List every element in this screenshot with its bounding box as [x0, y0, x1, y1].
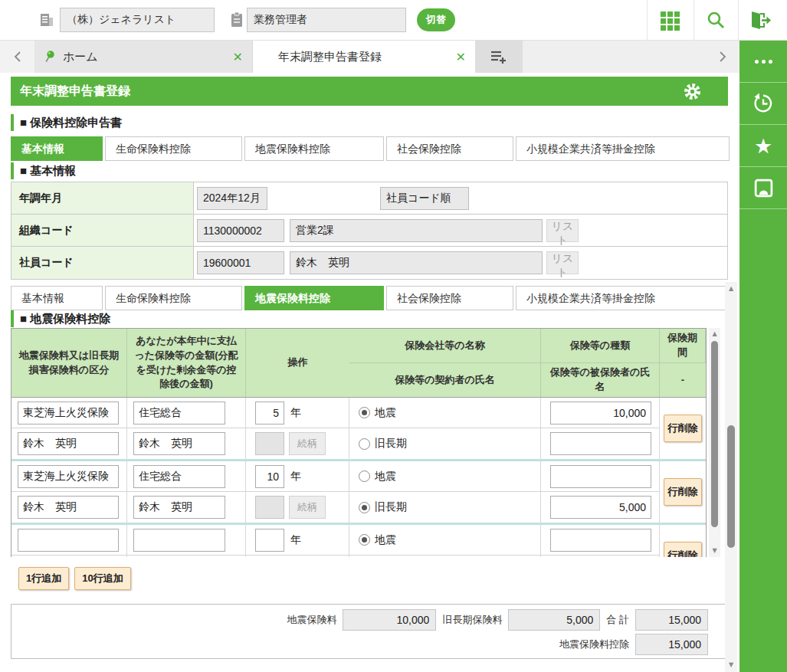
old-longterm-radio-label: 旧長期 [375, 437, 407, 451]
tab2-social-insurance[interactable]: 社会保険控除 [386, 286, 513, 310]
table-scrollbar[interactable]: ▲ ▼ [709, 328, 720, 557]
logout-icon[interactable] [749, 10, 773, 31]
insured-input[interactable] [133, 496, 225, 519]
summary-row-1: 地震保険料 旧長期保険料 合 計 [11, 608, 727, 631]
nav-tabs-top: 基本情報 生命保険料控除 地震保険料控除 社会保険控除 小規模企業共済等掛金控除 [11, 136, 730, 161]
contractor-input[interactable] [18, 432, 119, 455]
old-longterm-radio-label: 旧長期 [375, 500, 407, 514]
tab2-mutual-aid[interactable]: 小規模企業共済等掛金控除 [516, 286, 730, 310]
page-scroll-down-icon[interactable]: ▼ [725, 661, 737, 669]
company-input[interactable] [60, 8, 215, 32]
org-code-label: 組織コード [11, 215, 194, 246]
header-amount: あなたが本年中に支払った保険等の金額(分配を受けた剰余金等の控除後の金額) [127, 329, 246, 397]
history-icon[interactable] [739, 83, 787, 125]
old-amount-input[interactable] [550, 496, 651, 519]
old-longterm-radio[interactable] [359, 438, 370, 450]
relation-disabled-input [255, 432, 284, 455]
tab-basic-info[interactable]: 基本情報 [11, 136, 103, 161]
delete-row-button[interactable]: 行削除 [664, 415, 702, 442]
org-list-button[interactable]: リスト [546, 219, 579, 242]
page-scrollbar-thumb[interactable] [727, 425, 735, 548]
table-scroll-down-icon[interactable]: ▼ [709, 547, 720, 555]
old-longterm-premium-value [508, 609, 600, 631]
tab-life-insurance[interactable]: 生命保険料控除 [105, 136, 242, 161]
add-ten-rows-button[interactable]: 10行追加 [74, 567, 130, 590]
tab-active-close-icon[interactable]: ✕ [456, 50, 466, 64]
period-input[interactable] [255, 529, 284, 552]
company-input[interactable] [18, 529, 119, 552]
company-input[interactable] [18, 402, 119, 425]
apps-grid-icon[interactable] [661, 11, 680, 31]
insurance-table-header: 保険会社等の名称 保険等の種類 保険期間 地震保険料又は旧長期損害保険料の区分 … [11, 329, 706, 398]
org-name-value [290, 219, 543, 242]
add-one-row-button[interactable]: 1行追加 [18, 567, 69, 590]
period-input[interactable] [255, 465, 284, 488]
insured-input[interactable] [133, 432, 225, 455]
earthquake-radio[interactable] [359, 407, 370, 418]
period-input[interactable] [255, 402, 284, 425]
earthquake-premium-label: 地震保険料 [287, 613, 336, 627]
delete-row-button[interactable]: 行削除 [664, 478, 702, 506]
type-input[interactable] [133, 465, 225, 488]
company-input[interactable] [18, 465, 119, 488]
tab-home[interactable]: ホーム ✕ [34, 41, 253, 73]
tabs-scroll-right-icon[interactable] [705, 41, 739, 73]
role-input[interactable] [247, 8, 406, 32]
tab2-life-insurance[interactable]: 生命保険料控除 [105, 286, 242, 310]
earthquake-amount-input[interactable] [550, 402, 651, 425]
earthquake-radio-label: 地震 [375, 533, 396, 547]
favorites-star-icon[interactable]: ★ [739, 125, 787, 167]
relation-button[interactable]: 続柄 [289, 432, 326, 455]
relation-button[interactable]: 続柄 [289, 496, 326, 519]
page-scroll-up-icon[interactable]: ▲ [725, 285, 737, 293]
role-icon [230, 11, 244, 28]
year-unit-label: 年 [290, 470, 301, 484]
earthquake-radio-label: 地震 [375, 406, 396, 420]
settings-gear-icon[interactable] [683, 82, 702, 101]
add-tab-icon[interactable] [475, 41, 523, 73]
tab-active-label: 年末調整申告書登録 [278, 50, 382, 64]
earthquake-radio[interactable] [359, 534, 370, 546]
switch-button[interactable]: 切替 [417, 8, 455, 31]
table-scroll-up-icon[interactable]: ▲ [709, 330, 720, 338]
tab-social-insurance[interactable]: 社会保険控除 [386, 136, 513, 161]
old-longterm-radio[interactable] [359, 502, 370, 513]
basic-info-panel: 年調年月 組織コード リスト 社員コード リスト [11, 182, 728, 280]
header-contractor: 保険等の契約者の氏名 [349, 363, 541, 397]
inbox-tray-icon[interactable] [739, 167, 787, 209]
page-title: 年末調整申告書登録 [20, 84, 130, 100]
header-type: 保険等の種類 [541, 329, 660, 363]
tab2-earthquake-insurance[interactable]: 地震保険料控除 [244, 286, 384, 310]
old-amount-input[interactable] [550, 432, 651, 455]
emp-list-button[interactable]: リスト [546, 251, 579, 274]
insurance-row-group-3: 年 地震 行削除 続柄 旧長期 [11, 523, 706, 557]
sort-order-value [380, 187, 469, 210]
contractor-input[interactable] [18, 496, 119, 519]
table-scrollbar-thumb[interactable] [711, 341, 718, 527]
section-title-basic: ■ 基本情報 [11, 162, 76, 179]
tab-earthquake-insurance[interactable]: 地震保険料控除 [244, 136, 384, 161]
page-scrollbar[interactable]: ▲ ▼ [725, 282, 737, 672]
earthquake-amount-input[interactable] [550, 465, 651, 488]
earthquake-amount-input[interactable] [550, 529, 651, 552]
search-icon[interactable] [706, 10, 726, 31]
earthquake-radio-label: 地震 [375, 470, 396, 484]
tab2-basic-info[interactable]: 基本情報 [11, 286, 103, 310]
more-menu-icon[interactable] [739, 41, 787, 83]
tab-home-close-icon[interactable]: ✕ [233, 50, 243, 64]
delete-row-button[interactable]: 行削除 [664, 542, 702, 557]
type-input[interactable] [133, 529, 225, 552]
summary-panel: 地震保険料 旧長期保険料 合 計 地震保険料控除 [11, 604, 728, 659]
header-insured: 保険等の被保険者の氏名 [541, 363, 660, 397]
earthquake-radio[interactable] [359, 470, 370, 482]
insurance-table-viewport: 保険会社等の名称 保険等の種類 保険期間 地震保険料又は旧長期損害保険料の区分 … [11, 328, 707, 557]
org-code-value [197, 219, 284, 242]
tab-mutual-aid[interactable]: 小規模企業共済等掛金控除 [516, 136, 730, 161]
total-label: 合 計 [606, 613, 629, 627]
emp-code-value [197, 251, 284, 274]
form-row-year: 年調年月 [11, 182, 727, 215]
tab-nenmatsu-chousei[interactable]: 年末調整申告書登録 ✕ [253, 41, 475, 73]
pin-icon[interactable] [44, 50, 56, 64]
type-input[interactable] [133, 402, 225, 425]
tabs-scroll-left-icon[interactable] [0, 41, 34, 73]
